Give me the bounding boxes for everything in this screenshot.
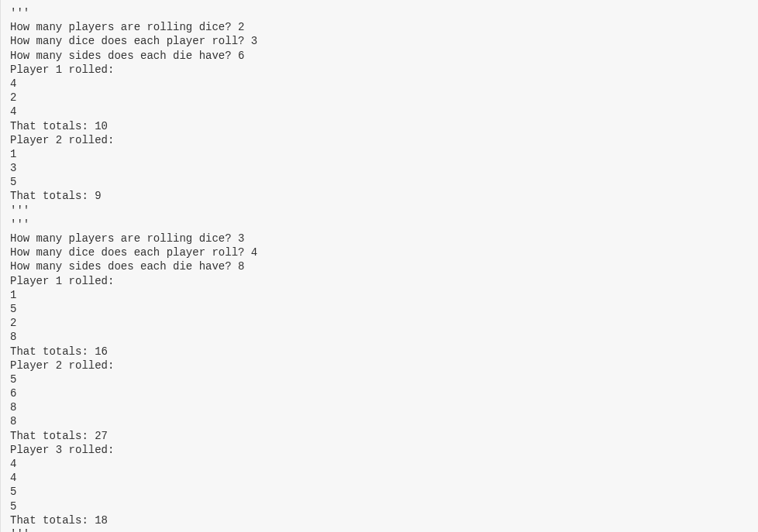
output-line: 4: [10, 77, 749, 91]
output-line: 5: [10, 175, 749, 189]
output-line: How many sides does each die have? 8: [10, 259, 749, 273]
output-line: 3: [10, 161, 749, 175]
output-line: ''': [10, 204, 749, 218]
output-line: Player 1 rolled:: [10, 63, 749, 77]
output-line: Player 2 rolled:: [10, 133, 749, 147]
output-line: Player 3 rolled:: [10, 443, 749, 457]
output-line: ''': [10, 6, 749, 20]
output-line: How many dice does each player roll? 4: [10, 245, 749, 259]
code-output-block: ''' How many players are rolling dice? 2…: [10, 6, 749, 532]
output-line: 8: [10, 400, 749, 414]
output-line: That totals: 27: [10, 429, 749, 443]
output-line: How many sides does each die have? 6: [10, 49, 749, 63]
output-line: How many players are rolling dice? 2: [10, 20, 749, 34]
output-line: 4: [10, 471, 749, 485]
output-line: 4: [10, 105, 749, 118]
output-line: Player 1 rolled:: [10, 274, 749, 288]
output-line: How many players are rolling dice? 3: [10, 232, 749, 245]
output-line: How many dice does each player roll? 3: [10, 34, 749, 48]
output-line: ''': [10, 218, 749, 232]
output-line: 1: [10, 288, 749, 302]
output-line: 2: [10, 316, 749, 330]
output-line: ''': [10, 527, 749, 532]
output-line: 6: [10, 386, 749, 400]
output-line: 5: [10, 499, 749, 513]
output-line: 5: [10, 372, 749, 386]
output-line: 8: [10, 414, 749, 428]
output-line: That totals: 9: [10, 189, 749, 203]
output-line: 8: [10, 330, 749, 344]
output-line: Player 2 rolled:: [10, 359, 749, 372]
output-line: That totals: 16: [10, 345, 749, 359]
output-line: 2: [10, 91, 749, 105]
output-line: 1: [10, 147, 749, 161]
output-line: 5: [10, 302, 749, 316]
output-line: That totals: 18: [10, 513, 749, 527]
output-line: 5: [10, 485, 749, 499]
output-line: 4: [10, 457, 749, 471]
output-line: That totals: 10: [10, 119, 749, 133]
